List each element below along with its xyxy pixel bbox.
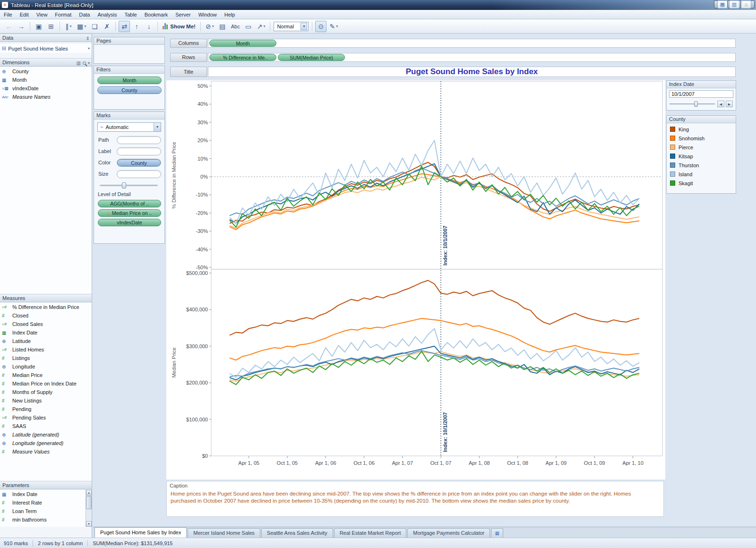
highlight-button[interactable]: ⊙: [315, 21, 326, 32]
abc-button[interactable]: Abc: [229, 21, 242, 32]
field-index-date[interactable]: ▦Index Date: [0, 328, 92, 337]
marks-label-target[interactable]: [117, 147, 161, 155]
field-measure-names[interactable]: AbcMeasure Names: [0, 93, 92, 101]
pill-agg-months-of[interactable]: AGG(Months of ..: [98, 200, 161, 207]
level-of-detail-shelf[interactable]: AGG(Months of ..△Median Price on ..vInde…: [98, 200, 161, 226]
field-measure-values[interactable]: #Measure Values: [0, 447, 92, 456]
new-worksheet-tab[interactable]: ▦: [491, 528, 503, 538]
legend-item-king[interactable]: King: [667, 125, 736, 134]
sheet-tab-real-estate-market-report[interactable]: Real Estate Market Report: [334, 528, 407, 538]
pill-sum-median-price[interactable]: SUM(Median Price): [278, 54, 345, 61]
scroll-up-icon[interactable]: ▲: [86, 490, 92, 496]
field-new-listings[interactable]: #New Listings: [0, 396, 92, 405]
marks-size-label[interactable]: Size: [98, 171, 108, 177]
field-longitude[interactable]: ⊕Longitude: [0, 362, 92, 371]
field-county[interactable]: ⊕County: [0, 67, 92, 76]
sort-ascending-button[interactable]: ↑: [131, 21, 142, 32]
sheet-tab-mortgage-payments-calculator[interactable]: Mortgage Payments Calculator: [407, 528, 490, 538]
marks-color-label[interactable]: Color: [98, 160, 111, 165]
annotate-button[interactable]: ✎▾: [327, 21, 340, 32]
menu-help[interactable]: Help: [221, 10, 239, 19]
chevron-down-icon[interactable]: ▾: [88, 59, 90, 67]
index-date-slider[interactable]: [670, 101, 715, 107]
field-loan-term[interactable]: #Loan Term: [0, 507, 86, 515]
scrollbar-thumb[interactable]: [86, 496, 92, 509]
shelf-labels-button[interactable]: ▤: [217, 21, 228, 32]
menu-format[interactable]: Format: [51, 10, 75, 19]
save-button[interactable]: ▣: [33, 21, 44, 32]
marks-size-target[interactable]: [117, 170, 161, 178]
menu-file[interactable]: File: [0, 10, 16, 19]
marks-color-target[interactable]: County: [117, 159, 161, 167]
field-months-of-supply[interactable]: #Months of Supply: [0, 388, 92, 396]
index-date-input[interactable]: 10/1/2007: [669, 90, 733, 98]
size-slider[interactable]: [100, 182, 158, 188]
legend-item-skagit[interactable]: Skagit: [667, 179, 736, 188]
new-worksheet-button[interactable]: ▦▾: [75, 21, 88, 32]
scroll-down-icon[interactable]: ▼: [86, 521, 92, 527]
field-pending[interactable]: #Pending: [0, 405, 92, 413]
duplicate-sheet-button[interactable]: ❏: [89, 21, 100, 32]
add-datasource-button[interactable]: ⊞: [45, 21, 57, 32]
pill-month[interactable]: Month: [209, 40, 276, 47]
slider-handle[interactable]: [694, 101, 698, 107]
menu-data[interactable]: Data: [75, 10, 94, 19]
export-button[interactable]: ↗▾: [255, 21, 267, 32]
field-latitude-generated[interactable]: ⊕Latitude (generated): [0, 430, 92, 439]
field-latitude[interactable]: ⊕Latitude: [0, 337, 92, 345]
legend-item-island[interactable]: Island: [667, 170, 736, 179]
marks-path-label[interactable]: Path: [98, 137, 109, 143]
pill-vindexdate[interactable]: vIndexDate: [98, 219, 161, 226]
cards-view-button[interactable]: ▥: [729, 0, 739, 9]
field-listed-homes[interactable]: =#Listed Homes: [0, 345, 92, 354]
datasource-item[interactable]: ⊟ Puget Sound Home Sales ▾: [0, 44, 92, 53]
menu-window[interactable]: Window: [195, 10, 221, 19]
field-vindexdate[interactable]: =▦vIndexDate: [0, 84, 92, 93]
pill-county[interactable]: County: [117, 159, 161, 166]
chevron-down-icon[interactable]: ▾: [154, 123, 161, 131]
auto-update-button[interactable]: ∥▾: [63, 21, 74, 32]
field-saas[interactable]: #SAAS: [0, 422, 92, 430]
worksheet-view-button[interactable]: ▦: [717, 0, 728, 9]
menu-server[interactable]: Server: [172, 10, 194, 19]
pill-difference-in-me[interactable]: △% Difference in Me..: [209, 54, 276, 61]
legend-item-thurston[interactable]: Thurston: [667, 161, 736, 170]
group-button[interactable]: ⊘▾: [204, 21, 216, 32]
pill-month[interactable]: Month: [97, 77, 162, 84]
rows-shelf[interactable]: △% Difference in Me..SUM(Median Price): [208, 53, 736, 62]
field-min-bathrooms[interactable]: #min bathrooms: [0, 515, 86, 524]
sheet-tab-mercer-island-home-sales[interactable]: Mercer Island Home Sales: [188, 528, 260, 538]
menu-edit[interactable]: Edit: [16, 10, 33, 19]
field-median-price[interactable]: #Median Price: [0, 371, 92, 379]
clear-sheet-button[interactable]: ✗: [101, 21, 112, 32]
sort-descending-button[interactable]: ↓: [143, 21, 155, 32]
marks-path-target[interactable]: [117, 136, 161, 144]
forward-button[interactable]: →: [16, 21, 27, 32]
search-icon[interactable]: [83, 61, 86, 65]
field-index-date[interactable]: ▦Index Date: [0, 490, 86, 498]
field-closed[interactable]: #Closed: [0, 311, 92, 320]
swap-rows-columns-button[interactable]: ⇄: [119, 21, 130, 32]
show-me-button[interactable]: Show Me!: [161, 21, 198, 32]
menu-bookmark[interactable]: Bookmark: [141, 10, 172, 19]
field-month[interactable]: ▦Month: [0, 76, 92, 84]
legend-item-pierce[interactable]: Pierce: [667, 143, 736, 152]
step-forward-icon[interactable]: ▶: [726, 101, 733, 107]
legend-item-kitsap[interactable]: Kitsap: [667, 152, 736, 161]
start-page-button[interactable]: ⌂: [741, 0, 751, 9]
back-button[interactable]: ←: [3, 21, 15, 32]
field-listings[interactable]: #Listings: [0, 354, 92, 362]
pill-county[interactable]: County: [97, 86, 162, 94]
parameters-scrollbar[interactable]: ▲ ▼: [86, 490, 92, 527]
columns-shelf[interactable]: Month: [208, 39, 736, 48]
field-longitude-generated[interactable]: ⊕Longitude (generated): [0, 439, 92, 447]
field-interest-rate[interactable]: #Interest Rate: [0, 498, 86, 507]
menu-table[interactable]: Table: [120, 10, 140, 19]
collapse-panel-icon[interactable]: ⇕: [86, 34, 90, 43]
chevron-down-icon[interactable]: ▾: [88, 46, 90, 51]
sheet-tab-puget-sound-home-sales-by-index[interactable]: Puget Sound Home Sales by Index: [94, 527, 187, 538]
field-pending-sales[interactable]: =#Pending Sales: [0, 413, 92, 422]
worksheet-title-band[interactable]: Puget Sound Home Sales by Index: [208, 67, 736, 77]
step-back-icon[interactable]: ◀: [717, 101, 724, 107]
pages-drop-area[interactable]: [94, 45, 164, 63]
